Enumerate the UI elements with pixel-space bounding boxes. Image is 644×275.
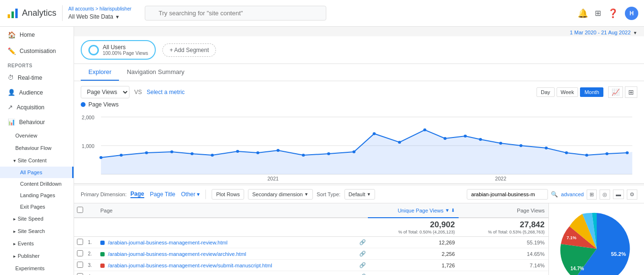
sidebar-item-home[interactable]: 🏠 Home — [0, 27, 74, 43]
sidebar-sub-events[interactable]: ▸ Events — [0, 237, 74, 250]
sidebar-reports-section: REPORTS — [0, 59, 74, 70]
table-search-input[interactable] — [467, 189, 548, 200]
table-section: Primary Dimension: Page Page Title Other… — [74, 186, 644, 275]
segment-sub: 100.00% Page Views — [103, 51, 148, 56]
svg-point-24 — [398, 141, 401, 144]
search-input[interactable] — [145, 6, 326, 21]
view-settings-btn[interactable]: ⚙ — [627, 190, 637, 200]
view-bar-btn[interactable]: ▬ — [613, 190, 624, 199]
page-link[interactable]: /arabian-journal-business-management-rev… — [108, 263, 272, 268]
sidebar-sub-publisher[interactable]: ▸ Publisher — [0, 250, 74, 262]
sidebar-sub-landing-pages[interactable]: Landing Pages — [0, 190, 74, 201]
chart-container: 2,000 1,000 2021 2022 — [81, 110, 637, 181]
svg-point-14 — [170, 150, 173, 153]
month-btn[interactable]: Month — [580, 87, 603, 97]
page-link[interactable]: /arabian-journal-business-management-rev… — [108, 251, 246, 257]
search-box-right: 🔍 advanced ⊞ ◎ ▬ ⚙ — [467, 189, 637, 200]
select-metric-link[interactable]: Select a metric — [147, 89, 184, 95]
sidebar-sub-site-content[interactable]: ▾ Site Content — [0, 154, 74, 167]
date-dropdown-icon: ▼ — [633, 31, 637, 35]
sidebar-sub-overview[interactable]: Overview — [0, 129, 74, 142]
customisation-icon: ✏️ — [8, 47, 16, 55]
page-link[interactable]: /arabian-journal-business-management-rev… — [108, 240, 227, 245]
home-icon: 🏠 — [8, 31, 16, 39]
secondary-dim-btn[interactable]: Secondary dimension ▼ — [248, 189, 313, 200]
all-users-segment[interactable]: All Users 100.00% Page Views — [81, 40, 156, 60]
pct-cell: 14.65% — [459, 248, 548, 260]
sidebar-item-behaviour[interactable]: 📊 Behaviour — [0, 115, 74, 129]
sidebar-sub-content-drilldown[interactable]: Content Drilldown — [0, 178, 74, 190]
compare-chart-btn[interactable]: ⊞ — [625, 86, 637, 98]
sidebar-item-audience[interactable]: 👤 Audience — [0, 85, 74, 100]
data-table: Page Unique Page Views ▼ ⬇ Page Vie — [74, 203, 548, 275]
plot-rows-btn[interactable]: Plot Rows — [212, 189, 244, 200]
app-name: Analytics — [22, 8, 56, 18]
day-btn[interactable]: Day — [537, 87, 555, 97]
row-checkbox[interactable] — [77, 239, 83, 245]
svg-point-32 — [565, 151, 568, 154]
search-icon[interactable]: 🔍 — [551, 191, 558, 198]
line-chart-btn[interactable]: 📈 — [608, 86, 623, 98]
segment-name: All Users — [103, 44, 148, 51]
sort-default-btn[interactable]: Default ▼ — [344, 189, 376, 200]
search-bar[interactable] — [145, 6, 326, 21]
svg-point-17 — [236, 150, 239, 153]
svg-point-13 — [145, 151, 148, 154]
view-donut-btn[interactable]: ◎ — [600, 190, 610, 200]
svg-text:55.2%: 55.2% — [611, 251, 626, 257]
dim-page-title[interactable]: Page Title — [150, 191, 175, 198]
breadcrumb: All accounts > hilarispublisher All Web … — [62, 5, 131, 21]
table-row: 4. /arabian-journal-business-management-… — [74, 271, 548, 275]
page-col-header[interactable]: Page — [97, 203, 357, 218]
grid-icon[interactable]: ⊞ — [595, 9, 601, 18]
unique-views-cell: 920 — [368, 271, 459, 275]
sort-type-label: Sort Type: — [317, 191, 341, 197]
svg-marker-10 — [101, 130, 632, 174]
week-btn[interactable]: Week — [557, 87, 579, 97]
audience-icon: 👤 — [8, 89, 15, 96]
sidebar-item-acquisition[interactable]: ↗ Acquisition — [0, 100, 74, 115]
sidebar: 🏠 Home ✏️ Customisation REPORTS ⏱ Real-t… — [0, 27, 74, 275]
sidebar-item-realtime[interactable]: ⏱ Real-time — [0, 70, 74, 85]
advanced-link[interactable]: advanced — [561, 191, 584, 197]
svg-text:2,000: 2,000 — [82, 115, 95, 120]
pct-cell: 55.19% — [459, 237, 548, 248]
segment-bar: All Users 100.00% Page Views + Add Segme… — [74, 36, 644, 64]
sidebar-sub-site-search[interactable]: ▸ Site Search — [0, 225, 74, 237]
sidebar-sub-experiments[interactable]: Experiments — [0, 262, 74, 275]
add-segment-btn[interactable]: + Add Segment — [162, 43, 216, 57]
row-checkbox[interactable] — [77, 262, 83, 268]
tab-explorer[interactable]: Explorer — [81, 64, 119, 81]
svg-rect-2 — [15, 9, 18, 18]
analytics-logo-icon — [6, 7, 19, 20]
metric1-select[interactable]: Page Views — [81, 86, 129, 98]
row-checkbox[interactable] — [77, 250, 83, 256]
select-all-checkbox[interactable] — [77, 207, 83, 213]
main-content: 1 Mar 2020 - 21 Aug 2022 ▼ All Users 100… — [74, 27, 644, 275]
tab-navigation-summary[interactable]: Navigation Summary — [119, 64, 192, 81]
unique-page-views-col-header[interactable]: Unique Page Views ▼ ⬇ — [368, 203, 459, 218]
sidebar-sub-site-speed[interactable]: ▸ Site Speed — [0, 212, 74, 225]
sidebar-sub-all-pages[interactable]: All Pages — [0, 167, 74, 178]
topbar-icons: 🔔 ⊞ ❓ H — [578, 7, 638, 20]
breadcrumb-bottom[interactable]: All Web Site Data ▼ — [68, 12, 131, 21]
notification-icon[interactable]: 🔔 — [578, 8, 588, 19]
sidebar-item-customisation[interactable]: ✏️ Customisation — [0, 43, 74, 59]
svg-point-29 — [499, 142, 502, 145]
view-grid-btn[interactable]: ⊞ — [587, 190, 597, 200]
totals-row: 20,902 % of Total: 0.50% (4,205,123) 27,… — [74, 218, 548, 237]
sidebar-sub-behaviour-flow[interactable]: Behaviour Flow — [0, 142, 74, 154]
sidebar-sub-exit-pages[interactable]: Exit Pages — [0, 201, 74, 212]
dim-other[interactable]: Other ▾ — [181, 191, 200, 198]
row-checkbox[interactable] — [77, 273, 83, 275]
avatar[interactable]: H — [625, 7, 638, 20]
breadcrumb-top[interactable]: All accounts > hilarispublisher — [68, 5, 131, 12]
svg-text:14.7%: 14.7% — [570, 266, 584, 271]
svg-point-25 — [423, 128, 426, 131]
dim-page[interactable]: Page — [130, 190, 144, 198]
total-unique-pct: % of Total: 0.50% (4,205,123) — [372, 230, 455, 234]
svg-point-27 — [464, 135, 467, 138]
page-views-col-header[interactable]: Page Views — [459, 203, 548, 218]
date-range[interactable]: 1 Mar 2020 - 21 Aug 2022 ▼ — [74, 27, 644, 36]
help-icon[interactable]: ❓ — [608, 8, 618, 19]
